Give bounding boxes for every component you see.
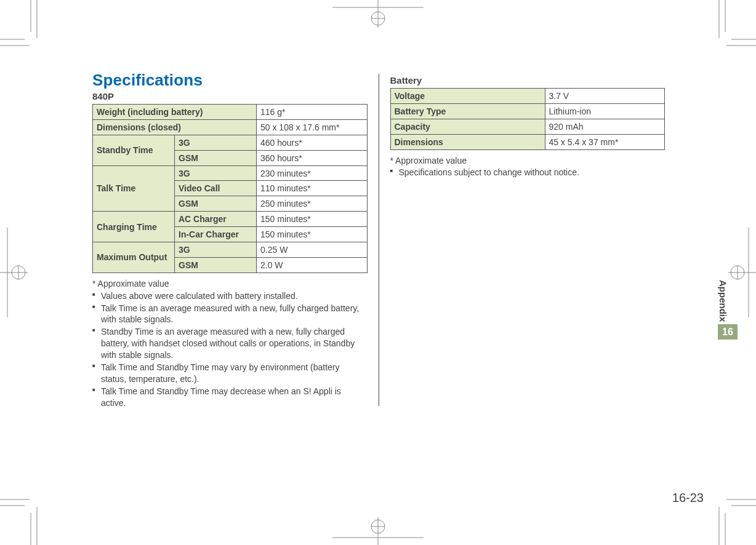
row-sub-label: 3G <box>175 165 257 181</box>
bullet-item: Values above were calculated with batter… <box>92 290 368 302</box>
row-sub-label: 3G <box>175 242 257 258</box>
bullet-item: Talk Time and Standby Time may decrease … <box>92 386 368 409</box>
row-value: 0.25 W <box>257 242 368 258</box>
bullet-item: Specifications subject to change without… <box>390 167 666 178</box>
row-group-label: Talk Time <box>93 165 175 212</box>
row-group-label: Maximum Output <box>93 242 175 273</box>
row-value: 50 x 108 x 17.6 mm* <box>257 119 368 135</box>
battery-heading: Battery <box>390 75 666 86</box>
footnotes-left: * Approximate value Values above were ca… <box>92 278 368 409</box>
bullet-item: Talk Time and Standby Time may vary by e… <box>92 362 368 385</box>
row-label: Weight (including battery) <box>93 105 257 120</box>
row-sub-label: GSM <box>175 196 257 212</box>
row-value: 2.0 W <box>257 257 368 272</box>
row-label: Dimensions <box>390 134 545 149</box>
column-divider <box>379 74 379 406</box>
page-content: Specifications 840P Weight (including ba… <box>92 71 665 410</box>
row-group-label: Standby Time <box>93 135 175 165</box>
row-value: Lithium-ion <box>545 103 665 119</box>
row-value: 150 minutes* <box>257 212 368 227</box>
bullet-item: Talk Time is an average measured with a … <box>92 303 368 326</box>
page-number: 16-23 <box>672 491 704 505</box>
row-value: 45 x 5.4 x 37 mm* <box>545 134 665 149</box>
page-title: Specifications <box>92 71 368 90</box>
row-value: 360 hours* <box>257 150 368 165</box>
row-value: 110 minutes* <box>257 181 368 196</box>
bullet-item: Standby Time is an average measured with… <box>92 326 368 361</box>
row-sub-label: In-Car Charger <box>175 227 257 242</box>
row-value: 3.7 V <box>545 89 665 104</box>
tab-number: 16 <box>718 324 738 340</box>
row-label: Voltage <box>390 89 545 104</box>
tab-label: Appendix <box>718 280 728 322</box>
right-column: Battery Voltage 3.7 V Battery Type Lithi… <box>390 71 666 410</box>
row-label: Battery Type <box>390 103 545 119</box>
row-value: 920 mAh <box>545 119 665 134</box>
specs-table: Weight (including battery) 116 g* Dimens… <box>92 104 368 273</box>
row-sub-label: GSM <box>175 150 257 165</box>
row-label: Dimensions (closed) <box>93 119 257 135</box>
row-group-label: Charging Time <box>93 212 175 242</box>
row-value: 460 hours* <box>257 135 368 150</box>
footnote-line: * Approximate value <box>92 278 368 290</box>
row-value: 230 minutes* <box>257 165 368 181</box>
model-heading: 840P <box>92 91 368 101</box>
row-value: 250 minutes* <box>257 196 368 212</box>
row-sub-label: AC Charger <box>175 212 257 227</box>
battery-table: Voltage 3.7 V Battery Type Lithium-ion C… <box>390 88 666 150</box>
left-column: Specifications 840P Weight (including ba… <box>92 71 368 410</box>
row-sub-label: 3G <box>175 135 257 150</box>
row-value: 150 minutes* <box>257 227 368 242</box>
footnotes-right: * Approximate value Specifications subje… <box>390 155 666 179</box>
row-value: 116 g* <box>257 105 368 120</box>
row-label: Capacity <box>390 119 545 134</box>
row-sub-label: GSM <box>175 257 257 272</box>
footnote-line: * Approximate value <box>390 155 666 167</box>
row-sub-label: Video Call <box>175 181 257 196</box>
section-tab: Appendix 16 <box>718 280 738 340</box>
